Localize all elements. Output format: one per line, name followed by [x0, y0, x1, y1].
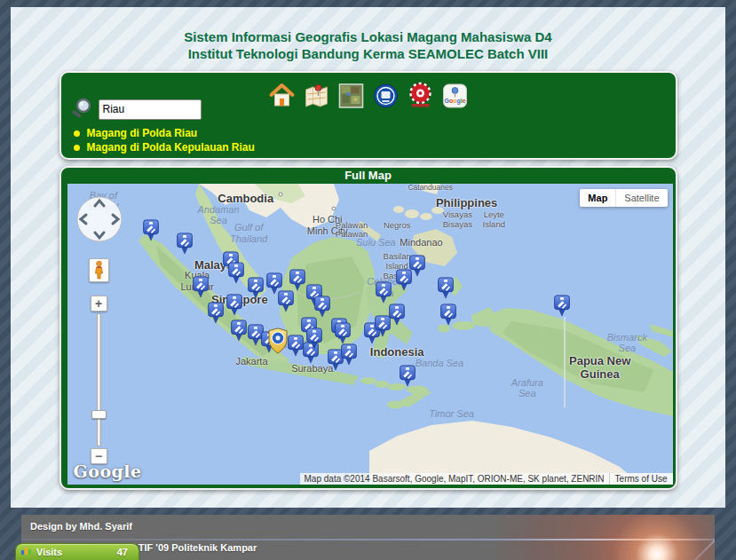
title-line-1: Sistem Informasi Geografis Lokasi Magang… [11, 28, 725, 45]
map-marker[interactable] [335, 322, 352, 348]
result-link-polda-riau[interactable]: Magang di Polda Riau [87, 127, 198, 139]
map-marker[interactable] [554, 295, 571, 320]
title-line-2: Institut Teknologi Bandung Kerma SEAMOLE… [11, 45, 725, 62]
visits-count: 47 [117, 547, 128, 557]
map-marker[interactable] [231, 319, 248, 345]
map-marker[interactable] [143, 219, 160, 245]
terms-of-use-link[interactable]: Terms of Use [609, 473, 673, 485]
search-row [68, 96, 202, 122]
page-frame: Sistem Informasi Geografis Lokasi Magang… [11, 7, 725, 560]
map-marker[interactable] [400, 365, 416, 390]
google-logo[interactable]: Google [74, 461, 142, 481]
attribution-text: Map data ©2014 Basarsoft, Google, MapIT,… [300, 473, 609, 485]
itb-logo-icon[interactable] [372, 82, 399, 110]
bullet-icon [74, 145, 80, 151]
visits-label: Visits [36, 547, 62, 557]
zoom-in-button[interactable]: + [91, 296, 107, 312]
zoom-slider-track[interactable] [97, 313, 101, 446]
page-title: Sistem Informasi Geografis Lokasi Magang… [11, 7, 725, 62]
seamolec-logo-icon[interactable] [407, 82, 433, 110]
svg-text:Google: Google [444, 98, 465, 105]
map-pin-icon[interactable] [303, 82, 329, 110]
map-attribution: Map data ©2014 Basarsoft, Google, MapIT,… [300, 473, 673, 485]
map-marker[interactable] [193, 276, 210, 302]
search-result-item: Magang di Polda Riau [70, 126, 255, 140]
map-marker[interactable] [389, 304, 406, 329]
map-marker[interactable] [176, 233, 193, 258]
home-icon[interactable] [268, 82, 295, 110]
map-canvas[interactable]: Bay of BengalAndaman SeaCambodiaGulf of … [67, 184, 673, 485]
map-panel-title: Full Map [67, 168, 669, 184]
magnifier-icon [68, 96, 95, 122]
map-marker[interactable] [227, 262, 244, 288]
pegman-icon [93, 261, 105, 280]
pegman-control[interactable] [89, 258, 109, 282]
search-input[interactable] [99, 99, 202, 120]
map-marker[interactable] [207, 302, 224, 327]
map-panel: Full Map [59, 166, 677, 490]
map-marker[interactable] [278, 290, 295, 316]
search-panel: Google Magang di Polda Riau Magang [59, 71, 677, 160]
pan-control[interactable] [75, 195, 123, 243]
design-credit: Design by Mhd. Syarif [30, 521, 132, 532]
map-type-satellite-button[interactable]: Satellite [616, 189, 667, 207]
lens-flare-icon [582, 515, 715, 560]
map-type-control: Map Satellite [580, 189, 667, 207]
satellite-thumb-icon[interactable] [337, 82, 364, 110]
result-link-polda-kepulauan-riau[interactable]: Magang di Polda Kepulauan Riau [87, 141, 255, 154]
map-type-map-button[interactable]: Map [580, 189, 616, 207]
map-marker-itb[interactable] [267, 327, 289, 359]
bullet-icon [74, 130, 80, 137]
map-marker[interactable] [440, 304, 457, 329]
map-marker[interactable] [306, 327, 323, 353]
search-results: Magang di Polda Riau Magang di Polda Kep… [70, 126, 255, 154]
google-maps-icon[interactable]: Google [441, 82, 468, 110]
map-marker[interactable] [437, 277, 454, 303]
map-marker[interactable] [408, 255, 425, 280]
toolbar-icons: Google [268, 82, 468, 110]
visits-counter[interactable]: Visits 47 [15, 543, 139, 560]
search-result-item: Magang di Polda Kepulauan Riau [70, 140, 255, 154]
page-content: Sistem Informasi Geografis Lokasi Magang… [11, 7, 725, 508]
map-marker[interactable] [226, 294, 243, 319]
zoom-slider-handle[interactable] [91, 410, 107, 419]
bar-chart-icon [21, 548, 31, 555]
map-marker[interactable] [247, 277, 264, 303]
